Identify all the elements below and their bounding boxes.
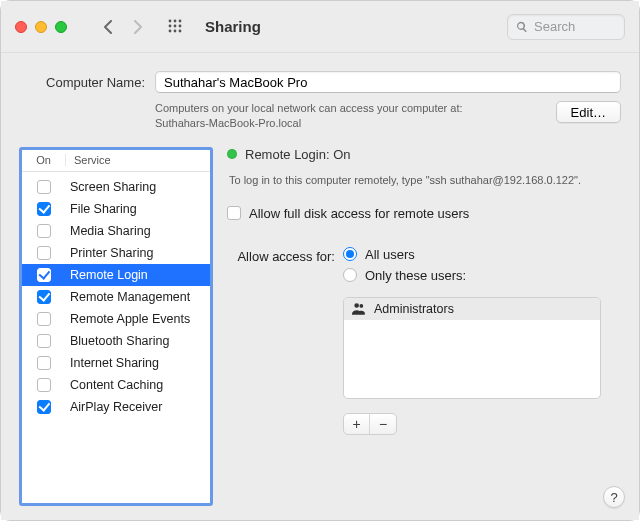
user-label: Administrators [374,302,454,316]
service-label: File Sharing [66,202,210,216]
service-label: Printer Sharing [66,246,210,260]
zoom-icon[interactable] [55,21,67,33]
svg-point-4 [174,24,177,27]
show-all-button[interactable] [163,15,189,39]
svg-point-3 [169,24,172,27]
status-title: Remote Login: On [245,147,351,162]
status-dot-icon [227,149,237,159]
service-checkbox[interactable] [37,378,51,392]
service-row[interactable]: AirPlay Receiver [22,396,210,418]
service-row[interactable]: Remote Management [22,286,210,308]
service-label: Internet Sharing [66,356,210,370]
service-label: Remote Apple Events [66,312,210,326]
service-checkbox[interactable] [37,356,51,370]
search-icon [516,21,528,33]
radio-only-these-users-label: Only these users: [365,268,466,283]
window-title: Sharing [205,18,261,35]
service-row[interactable]: File Sharing [22,198,210,220]
svg-point-1 [174,19,177,22]
service-checkbox[interactable] [37,268,51,282]
search-field[interactable] [507,14,625,40]
computer-name-input[interactable] [155,71,621,93]
computer-name-help-line2: Suthahars-MacBook-Pro.local [155,117,301,129]
service-checkbox[interactable] [37,400,51,414]
svg-point-6 [169,29,172,32]
help-button[interactable]: ? [603,486,625,508]
service-row[interactable]: Bluetooth Sharing [22,330,210,352]
status-help-text: To log in to this computer remotely, typ… [229,174,621,186]
service-label: Media Sharing [66,224,210,238]
service-row[interactable]: Remote Apple Events [22,308,210,330]
full-disk-access-label: Allow full disk access for remote users [249,206,469,221]
svg-point-7 [174,29,177,32]
service-checkbox[interactable] [37,334,51,348]
service-checkbox[interactable] [37,290,51,304]
access-radio-group: All users Only these users: Administrato… [343,247,601,435]
service-row[interactable]: Internet Sharing [22,352,210,374]
radio-only-these-users[interactable] [343,268,357,282]
allow-access-row: Allow access for: All users Only these u… [227,247,621,435]
service-detail: Remote Login: On To log in to this compu… [227,147,621,506]
service-label: Bluetooth Sharing [66,334,210,348]
users-icon [352,303,366,315]
computer-name-row: Computer Name: [27,71,621,93]
svg-point-2 [179,19,182,22]
minimize-icon[interactable] [35,21,47,33]
service-label: Content Caching [66,378,210,392]
service-row[interactable]: Media Sharing [22,220,210,242]
svg-point-0 [169,19,172,22]
service-checkbox[interactable] [37,202,51,216]
service-list-header: On Service [22,150,210,172]
service-checkbox[interactable] [37,224,51,238]
full-disk-access-row: Allow full disk access for remote users [227,206,621,221]
svg-point-8 [179,29,182,32]
grid-icon [168,19,184,35]
radio-all-users[interactable] [343,247,357,261]
service-label: Remote Login [66,268,210,282]
nav-buttons [95,15,151,39]
search-input[interactable] [534,19,606,34]
column-header-on[interactable]: On [22,154,66,166]
back-button[interactable] [95,15,121,39]
column-header-service[interactable]: Service [66,154,210,166]
content-area: Computer Name: Computers on your local n… [1,53,639,520]
service-list-panel: On Service Screen SharingFile SharingMed… [19,147,213,506]
allow-access-label: Allow access for: [227,247,335,264]
add-user-button[interactable]: + [344,414,370,434]
toolbar: Sharing [1,1,639,53]
edit-hostname-button[interactable]: Edit… [556,101,621,123]
service-checkbox[interactable] [37,246,51,260]
service-row[interactable]: Content Caching [22,374,210,396]
service-checkbox[interactable] [37,312,51,326]
service-checkbox[interactable] [37,180,51,194]
service-row[interactable]: Remote Login [22,264,210,286]
computer-name-help-line1: Computers on your local network can acce… [155,102,463,114]
service-row[interactable]: Printer Sharing [22,242,210,264]
chevron-left-icon [103,20,113,34]
service-label: Remote Management [66,290,210,304]
computer-name-help: Computers on your local network can acce… [155,101,544,131]
user-list[interactable]: Administrators [343,297,601,399]
svg-point-5 [179,24,182,27]
service-label: AirPlay Receiver [66,400,210,414]
forward-button[interactable] [125,15,151,39]
window-controls [15,21,67,33]
service-list[interactable]: Screen SharingFile SharingMedia SharingP… [22,172,210,503]
computer-name-label: Computer Name: [27,75,145,90]
service-row[interactable]: Screen Sharing [22,176,210,198]
sharing-prefpane-window: Sharing Computer Name: Computers on your… [0,0,640,521]
user-row[interactable]: Administrators [344,298,600,320]
radio-all-users-label: All users [365,247,415,262]
service-label: Screen Sharing [66,180,210,194]
user-list-buttons: + − [343,413,397,435]
remove-user-button[interactable]: − [370,414,396,434]
status-row: Remote Login: On [227,147,621,162]
full-disk-access-checkbox[interactable] [227,206,241,220]
chevron-right-icon [133,20,143,34]
close-icon[interactable] [15,21,27,33]
